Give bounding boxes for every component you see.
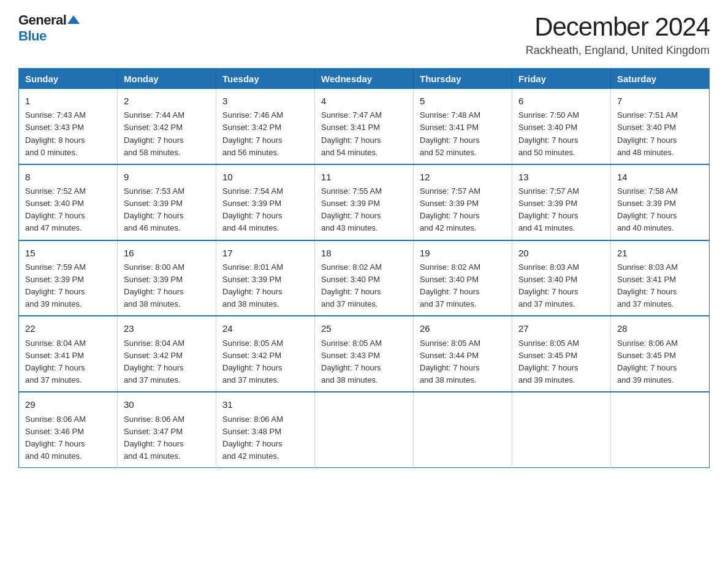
day-info: Sunrise: 7:48 AM Sunset: 3:41 PM Dayligh… [420,109,506,159]
logo-triangle-icon [67,15,80,24]
day-info: Sunrise: 8:05 AM Sunset: 3:42 PM Dayligh… [222,337,308,387]
day-info: Sunrise: 8:05 AM Sunset: 3:44 PM Dayligh… [420,337,506,387]
calendar-cell: 31Sunrise: 8:06 AM Sunset: 3:48 PM Dayli… [216,392,315,467]
calendar-cell: 25Sunrise: 8:05 AM Sunset: 3:43 PM Dayli… [315,316,414,392]
day-number: 11 [321,170,407,184]
day-info: Sunrise: 8:05 AM Sunset: 3:45 PM Dayligh… [518,337,604,387]
day-number: 28 [617,321,703,335]
day-number: 13 [518,170,604,184]
calendar-week-row: 29Sunrise: 8:06 AM Sunset: 3:46 PM Dayli… [19,392,710,467]
calendar-week-row: 8Sunrise: 7:52 AM Sunset: 3:40 PM Daylig… [19,164,710,240]
day-number: 31 [222,397,308,412]
calendar-header-sunday: Sunday [19,69,118,90]
calendar-cell: 10Sunrise: 7:54 AM Sunset: 3:39 PM Dayli… [216,164,315,240]
day-info: Sunrise: 8:02 AM Sunset: 3:40 PM Dayligh… [321,261,407,311]
day-number: 7 [617,94,703,108]
calendar-cell: 24Sunrise: 8:05 AM Sunset: 3:42 PM Dayli… [216,316,315,392]
day-info: Sunrise: 7:57 AM Sunset: 3:39 PM Dayligh… [518,185,604,235]
calendar-header-thursday: Thursday [414,69,512,90]
day-number: 24 [222,321,308,335]
day-info: Sunrise: 7:54 AM Sunset: 3:39 PM Dayligh… [222,185,308,235]
calendar-cell [512,392,611,467]
calendar-cell [611,392,710,467]
day-info: Sunrise: 7:51 AM Sunset: 3:40 PM Dayligh… [617,109,703,159]
day-info: Sunrise: 8:02 AM Sunset: 3:40 PM Dayligh… [420,261,506,311]
calendar-cell: 19Sunrise: 8:02 AM Sunset: 3:40 PM Dayli… [414,240,512,316]
calendar-cell: 14Sunrise: 7:58 AM Sunset: 3:39 PM Dayli… [611,164,710,240]
calendar-week-row: 1Sunrise: 7:43 AM Sunset: 3:43 PM Daylig… [19,89,710,164]
day-number: 15 [25,246,111,260]
day-info: Sunrise: 7:43 AM Sunset: 3:43 PM Dayligh… [25,109,111,159]
day-number: 18 [321,246,407,260]
day-info: Sunrise: 8:03 AM Sunset: 3:41 PM Dayligh… [617,261,703,311]
calendar-header-saturday: Saturday [611,69,710,90]
day-number: 22 [25,321,111,335]
calendar-week-row: 15Sunrise: 7:59 AM Sunset: 3:39 PM Dayli… [19,240,710,316]
calendar-cell: 11Sunrise: 7:55 AM Sunset: 3:39 PM Dayli… [315,164,414,240]
day-number: 16 [124,246,210,260]
calendar-cell: 28Sunrise: 8:06 AM Sunset: 3:45 PM Dayli… [611,316,710,392]
day-info: Sunrise: 8:04 AM Sunset: 3:41 PM Dayligh… [25,337,111,387]
calendar-cell: 6Sunrise: 7:50 AM Sunset: 3:40 PM Daylig… [512,89,611,164]
calendar-cell [414,392,512,467]
day-number: 17 [222,246,308,260]
title-section: December 2024 Rackheath, England, United… [526,12,710,57]
calendar-cell: 12Sunrise: 7:57 AM Sunset: 3:39 PM Dayli… [414,164,512,240]
day-info: Sunrise: 7:57 AM Sunset: 3:39 PM Dayligh… [420,185,506,235]
calendar-cell: 29Sunrise: 8:06 AM Sunset: 3:46 PM Dayli… [19,392,118,467]
calendar-cell: 26Sunrise: 8:05 AM Sunset: 3:44 PM Dayli… [414,316,512,392]
day-info: Sunrise: 7:47 AM Sunset: 3:41 PM Dayligh… [321,109,407,159]
day-number: 3 [222,94,308,108]
day-number: 9 [124,170,210,184]
day-number: 30 [124,397,210,412]
calendar-header-tuesday: Tuesday [216,69,315,90]
calendar-cell: 20Sunrise: 8:03 AM Sunset: 3:40 PM Dayli… [512,240,611,316]
day-number: 8 [25,170,111,184]
day-number: 4 [321,94,407,108]
day-info: Sunrise: 7:55 AM Sunset: 3:39 PM Dayligh… [321,185,407,235]
day-number: 26 [420,321,506,335]
day-info: Sunrise: 8:06 AM Sunset: 3:46 PM Dayligh… [25,413,111,463]
calendar-cell: 30Sunrise: 8:06 AM Sunset: 3:47 PM Dayli… [118,392,216,467]
calendar-cell: 4Sunrise: 7:47 AM Sunset: 3:41 PM Daylig… [315,89,414,164]
calendar-cell [315,392,414,467]
calendar-table: SundayMondayTuesdayWednesdayThursdayFrid… [18,68,710,468]
day-info: Sunrise: 7:59 AM Sunset: 3:39 PM Dayligh… [25,261,111,311]
day-number: 25 [321,321,407,335]
day-number: 14 [617,170,703,184]
day-info: Sunrise: 7:58 AM Sunset: 3:39 PM Dayligh… [617,185,703,235]
day-number: 21 [617,246,703,260]
calendar-cell: 8Sunrise: 7:52 AM Sunset: 3:40 PM Daylig… [19,164,118,240]
day-number: 12 [420,170,506,184]
location-text: Rackheath, England, United Kingdom [526,44,710,57]
day-number: 1 [25,94,111,108]
calendar-cell: 17Sunrise: 8:01 AM Sunset: 3:39 PM Dayli… [216,240,315,316]
day-number: 20 [518,246,604,260]
day-info: Sunrise: 8:03 AM Sunset: 3:40 PM Dayligh… [518,261,604,311]
calendar-cell: 13Sunrise: 7:57 AM Sunset: 3:39 PM Dayli… [512,164,611,240]
day-info: Sunrise: 8:05 AM Sunset: 3:43 PM Dayligh… [321,337,407,387]
logo: General Blue [18,12,80,44]
calendar-header-monday: Monday [118,69,216,90]
calendar-cell: 27Sunrise: 8:05 AM Sunset: 3:45 PM Dayli… [512,316,611,392]
page-header: General Blue December 2024 Rackheath, En… [18,12,710,57]
calendar-cell: 16Sunrise: 8:00 AM Sunset: 3:39 PM Dayli… [118,240,216,316]
calendar-cell: 22Sunrise: 8:04 AM Sunset: 3:41 PM Dayli… [19,316,118,392]
day-info: Sunrise: 8:06 AM Sunset: 3:48 PM Dayligh… [222,413,308,463]
day-info: Sunrise: 7:46 AM Sunset: 3:42 PM Dayligh… [222,109,308,159]
calendar-cell: 23Sunrise: 8:04 AM Sunset: 3:42 PM Dayli… [118,316,216,392]
calendar-cell: 21Sunrise: 8:03 AM Sunset: 3:41 PM Dayli… [611,240,710,316]
day-info: Sunrise: 8:00 AM Sunset: 3:39 PM Dayligh… [124,261,210,311]
day-number: 2 [124,94,210,108]
calendar-cell: 18Sunrise: 8:02 AM Sunset: 3:40 PM Dayli… [315,240,414,316]
calendar-cell: 1Sunrise: 7:43 AM Sunset: 3:43 PM Daylig… [19,89,118,164]
month-title: December 2024 [526,12,710,42]
day-info: Sunrise: 7:50 AM Sunset: 3:40 PM Dayligh… [518,109,604,159]
logo-blue-text: Blue [18,28,47,44]
calendar-cell: 3Sunrise: 7:46 AM Sunset: 3:42 PM Daylig… [216,89,315,164]
day-info: Sunrise: 7:53 AM Sunset: 3:39 PM Dayligh… [124,185,210,235]
day-info: Sunrise: 8:04 AM Sunset: 3:42 PM Dayligh… [124,337,210,387]
calendar-cell: 7Sunrise: 7:51 AM Sunset: 3:40 PM Daylig… [611,89,710,164]
day-number: 5 [420,94,506,108]
day-number: 27 [518,321,604,335]
